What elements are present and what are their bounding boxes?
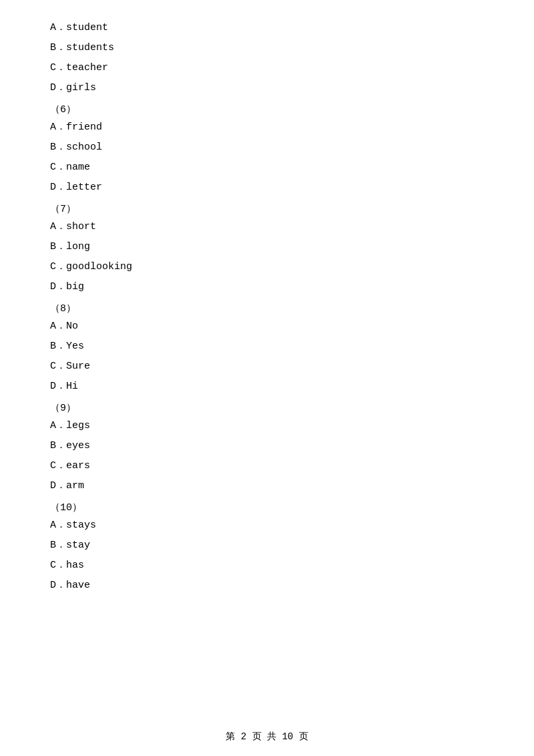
option-5a: A．student [50, 20, 484, 36]
option-5c: C．teacher [50, 60, 484, 76]
option-7a: A．short [50, 219, 484, 235]
question-group-9: （9） A．legs B．eyes C．ears D．arm [50, 401, 484, 494]
main-content: A．student B．students C．teacher D．girls （… [0, 0, 534, 638]
question-number-7: （7） [50, 202, 484, 215]
question-number-10: （10） [50, 501, 484, 514]
option-6b: B．school [50, 140, 484, 156]
page-number: 第 2 页 共 10 页 [226, 731, 308, 742]
question-group-7: （7） A．short B．long C．goodlooking D．big [50, 202, 484, 295]
option-6d: D．letter [50, 180, 484, 196]
option-5b: B．students [50, 40, 484, 56]
option-6a: A．friend [50, 120, 484, 136]
option-10b: B．stay [50, 538, 484, 554]
option-10d: D．have [50, 578, 484, 594]
option-7b: B．long [50, 239, 484, 255]
option-8a: A．No [50, 319, 484, 335]
question-group-6: （6） A．friend B．school C．name D．letter [50, 103, 484, 196]
option-6c: C．name [50, 160, 484, 176]
option-9b: B．eyes [50, 438, 484, 454]
option-8c: C．Sure [50, 359, 484, 375]
option-10a: A．stays [50, 518, 484, 534]
question-group-8: （8） A．No B．Yes C．Sure D．Hi [50, 302, 484, 395]
question-group-5: A．student B．students C．teacher D．girls [50, 20, 484, 96]
option-9c: C．ears [50, 458, 484, 474]
option-7c: C．goodlooking [50, 259, 484, 275]
option-5d: D．girls [50, 80, 484, 96]
question-group-10: （10） A．stays B．stay C．has D．have [50, 501, 484, 594]
option-8b: B．Yes [50, 339, 484, 355]
question-number-6: （6） [50, 103, 484, 116]
option-9d: D．arm [50, 478, 484, 494]
page-footer: 第 2 页 共 10 页 [0, 731, 534, 743]
option-8d: D．Hi [50, 379, 484, 395]
option-10c: C．has [50, 558, 484, 574]
option-7d: D．big [50, 279, 484, 295]
question-number-9: （9） [50, 401, 484, 414]
question-number-8: （8） [50, 302, 484, 315]
option-9a: A．legs [50, 418, 484, 434]
